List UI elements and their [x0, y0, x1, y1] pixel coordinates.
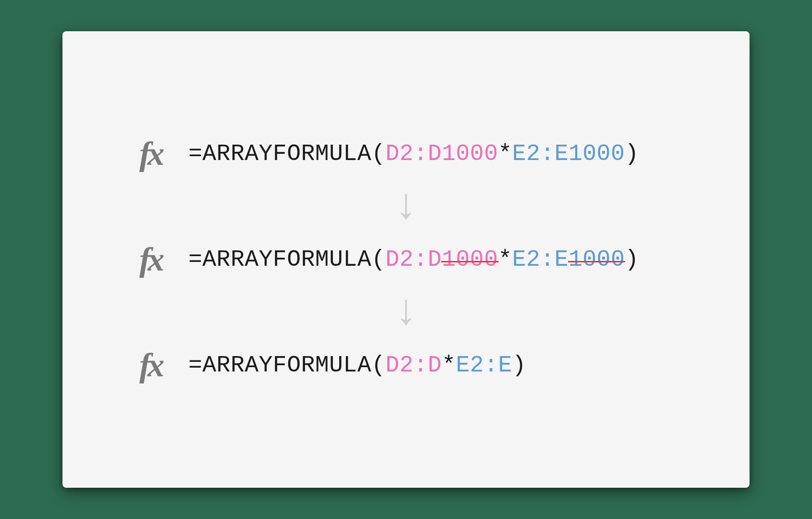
arrow-down-icon: ↓	[393, 185, 419, 228]
formula-token: D2:D	[385, 352, 442, 378]
formula-token: )	[625, 247, 639, 272]
formula-token: =ARRAYFORMULA(	[188, 352, 385, 378]
formula-token: )	[625, 141, 639, 167]
formula-token: )	[512, 352, 526, 378]
formula-row-1: fx =ARRAYFORMULA(D2:D1000*E2:E1000)	[91, 137, 721, 171]
formula-text-3: =ARRAYFORMULA(D2:D*E2:E)	[188, 352, 526, 378]
formula-text-2: =ARRAYFORMULA(D2:D1000*E2:E1000)	[188, 247, 639, 272]
formula-token: =ARRAYFORMULA(	[188, 247, 385, 272]
formula-token: E2:E	[512, 247, 568, 272]
formula-token: E2:E1000	[512, 141, 625, 167]
formula-token: =ARRAYFORMULA(	[188, 141, 385, 167]
formula-token: 1000	[568, 247, 625, 272]
fx-icon: fx	[139, 348, 178, 382]
formula-row-3: fx =ARRAYFORMULA(D2:D*E2:E)	[91, 348, 721, 382]
formula-token: D2:D1000	[385, 141, 498, 167]
formula-row-2: fx =ARRAYFORMULA(D2:D1000*E2:E1000)	[91, 243, 721, 276]
formula-token: *	[498, 247, 512, 272]
formula-token: D2:D	[385, 247, 442, 272]
formula-token: 1000	[442, 247, 498, 272]
fx-icon: fx	[139, 137, 178, 171]
formula-token: E2:E	[456, 352, 512, 378]
formula-text-1: =ARRAYFORMULA(D2:D1000*E2:E1000)	[188, 141, 639, 167]
fx-icon: fx	[139, 243, 178, 276]
card: fx =ARRAYFORMULA(D2:D1000*E2:E1000) ↓ fx…	[62, 31, 750, 488]
formula-token: *	[498, 141, 512, 167]
arrow-down-icon: ↓	[393, 291, 419, 334]
formula-token: *	[442, 352, 455, 378]
